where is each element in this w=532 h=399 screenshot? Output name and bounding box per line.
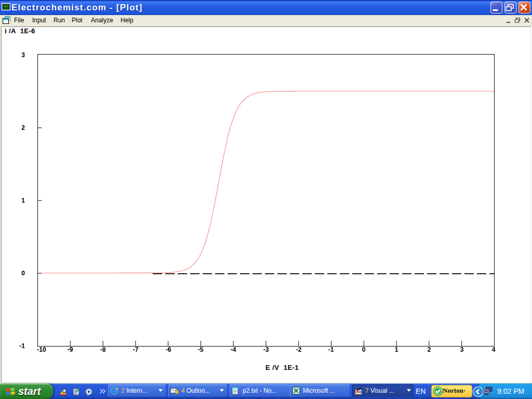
svg-text:-1: -1	[328, 346, 334, 353]
svg-text:4: 4	[492, 346, 496, 353]
svg-text:-9: -9	[68, 346, 73, 353]
svg-text:i /A 1E-6: i /A 1E-6	[5, 27, 35, 35]
svg-text:3: 3	[460, 346, 464, 353]
svg-text:2: 2	[21, 124, 25, 131]
svg-text:-6: -6	[166, 346, 171, 353]
svg-text:-10: -10	[37, 346, 46, 353]
svg-text:-1: -1	[19, 342, 25, 350]
svg-text:-8: -8	[100, 346, 106, 353]
svg-text:1: 1	[21, 197, 25, 204]
svg-text:1: 1	[395, 346, 398, 353]
svg-text:3: 3	[21, 51, 25, 59]
svg-text:0: 0	[362, 346, 366, 353]
svg-text:-7: -7	[133, 346, 139, 353]
svg-text:-4: -4	[231, 346, 236, 353]
svg-text:-3: -3	[263, 346, 269, 353]
svg-text:E /V 1E-1: E /V 1E-1	[265, 364, 299, 371]
svg-text:2: 2	[428, 346, 431, 353]
svg-text:-2: -2	[296, 346, 302, 353]
svg-text:-5: -5	[198, 346, 204, 353]
svg-text:0: 0	[21, 270, 25, 277]
